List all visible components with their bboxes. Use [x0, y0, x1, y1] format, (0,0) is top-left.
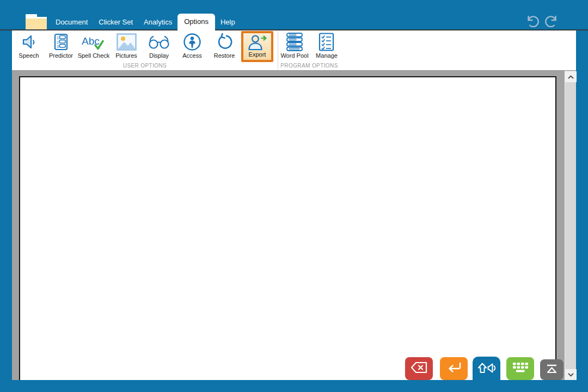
svg-text:3: 3: [57, 45, 59, 48]
document-backdrop: [12, 70, 576, 380]
file-menu-button[interactable]: [26, 14, 47, 30]
predictor-button[interactable]: 1 2 3 Predictor: [45, 32, 77, 61]
title-bar: Document Clicker Set Analytics Options H…: [0, 0, 588, 29]
picture-icon: [117, 32, 137, 52]
pictures-button[interactable]: Pictures: [111, 32, 142, 61]
vertical-scrollbar[interactable]: [565, 71, 576, 381]
speak-button[interactable]: [473, 357, 500, 382]
undo-icon[interactable]: [524, 15, 540, 27]
ribbon-tabs: Document Clicker Set Analytics Options H…: [50, 14, 241, 30]
redo-icon[interactable]: [544, 15, 560, 27]
document-page[interactable]: [19, 76, 556, 381]
backspace-icon: [410, 361, 428, 376]
word-predictor-icon: 1 2 3: [52, 32, 70, 52]
tab-clicker-set[interactable]: Clicker Set: [93, 14, 138, 30]
collapse-icon: [544, 363, 559, 377]
speak-icon: [476, 360, 497, 378]
tab-document[interactable]: Document: [50, 14, 93, 30]
export-button[interactable]: Export: [241, 31, 273, 62]
scroll-up-button[interactable]: [565, 71, 577, 82]
svg-text:2: 2: [57, 40, 59, 44]
return-button[interactable]: [440, 357, 468, 380]
backspace-button[interactable]: [405, 357, 433, 380]
access-button[interactable]: Access: [176, 32, 208, 61]
bottom-frame-bar: [0, 380, 588, 392]
speaker-icon: [20, 32, 38, 52]
display-button[interactable]: Display: [143, 32, 175, 61]
abc-check-icon: Abc: [81, 32, 106, 52]
chevron-up-icon: [567, 72, 574, 82]
scroll-down-button[interactable]: [565, 369, 577, 380]
svg-text:Abc: Abc: [82, 35, 100, 47]
group-label-program-options: PROGRAM OPTIONS: [255, 63, 364, 69]
restore-arrow-icon: [215, 32, 234, 52]
speech-button[interactable]: Speech: [13, 32, 45, 61]
word-pool-button[interactable]: Word Pool: [279, 32, 310, 61]
restore-button[interactable]: Restore: [209, 32, 240, 61]
tab-options[interactable]: Options: [177, 14, 215, 30]
history-controls: [524, 15, 560, 27]
export-user-icon: [247, 33, 268, 51]
chevron-down-icon: [567, 370, 574, 379]
ribbon-toolbar: Speech 1 2 3 Predictor Abc Spell Check: [12, 30, 576, 70]
checklist-icon: [318, 32, 335, 52]
keyboard-icon: [512, 362, 529, 376]
word-pool-stack-icon: [285, 32, 304, 52]
collapse-toolbar-button[interactable]: [540, 359, 564, 380]
keyboard-button[interactable]: [506, 357, 534, 380]
spell-check-button[interactable]: Abc Spell Check: [78, 32, 109, 61]
tab-analytics[interactable]: Analytics: [138, 14, 177, 30]
person-circle-icon: [183, 32, 201, 52]
tab-help[interactable]: Help: [215, 14, 241, 30]
glasses-icon: [148, 32, 170, 52]
manage-button[interactable]: Manage: [311, 32, 342, 61]
return-icon: [446, 361, 462, 376]
svg-text:1: 1: [57, 36, 59, 40]
group-label-user-options: USER OPTIONS: [90, 63, 199, 69]
